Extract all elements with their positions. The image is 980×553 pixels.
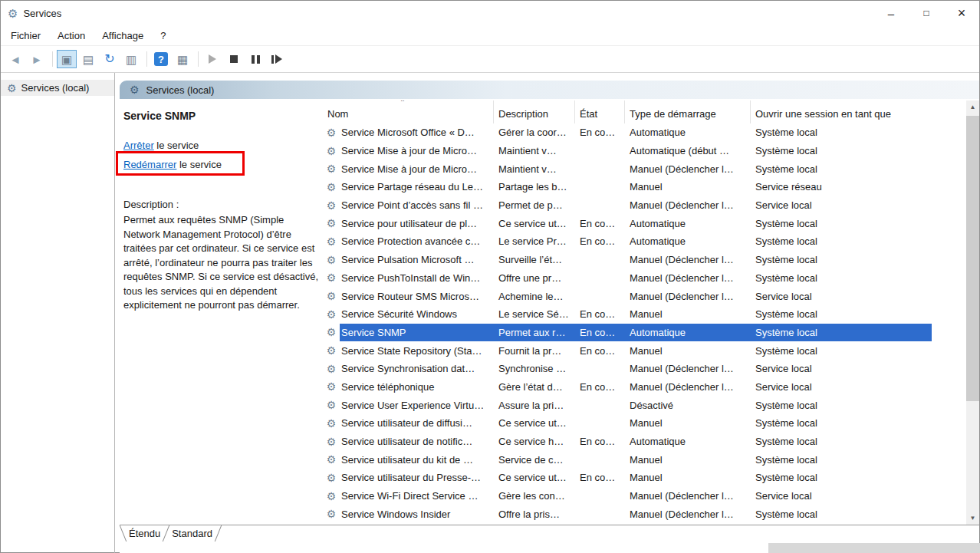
- back-button[interactable]: ◄: [5, 50, 25, 68]
- service-row[interactable]: ⚙Service pour utilisateur de pl…Ce servi…: [323, 214, 979, 232]
- service-row[interactable]: ⚙Service Microsoft Office « D…Gérer la c…: [323, 123, 979, 142]
- scrollbar-track[interactable]: [966, 114, 979, 512]
- restart-service-button[interactable]: [267, 50, 287, 68]
- service-gear-icon: ⚙: [323, 178, 340, 196]
- column-header-etat[interactable]: État: [575, 100, 625, 123]
- export-list-button[interactable]: ▥: [121, 50, 141, 68]
- menu-action[interactable]: Action: [49, 27, 94, 44]
- tree-item-services-local[interactable]: ⚙ Services (local): [1, 80, 114, 96]
- cell-type-demarrage: Automatique: [625, 433, 751, 451]
- cell-nom: Service Wi-Fi Direct Service …: [340, 487, 494, 505]
- menu-fichier[interactable]: Fichier: [2, 27, 49, 44]
- service-row[interactable]: ⚙Service Sécurité WindowsLe service Sé…E…: [323, 305, 979, 324]
- service-row[interactable]: ⚙Service Protection avancée c…Le service…: [323, 232, 979, 251]
- stop-service-button[interactable]: [224, 50, 244, 68]
- service-row[interactable]: ⚙Service Mise à jour de Micro…Maintient …: [323, 160, 979, 178]
- cell-etat: [575, 396, 625, 414]
- properties-button[interactable]: ▤: [78, 50, 98, 68]
- cell-etat: En co…: [575, 469, 625, 487]
- cell-type-demarrage: Manuel (Déclencher l…: [625, 251, 751, 269]
- tab-etendu[interactable]: Étendu: [123, 525, 166, 541]
- service-row[interactable]: ⚙Service Wi-Fi Direct Service …Gère les …: [323, 487, 979, 505]
- service-row[interactable]: ⚙Service Mise à jour de Micro…Maintient …: [323, 142, 979, 160]
- service-row-cells: Service PushToInstall de Win…Offre une p…: [340, 269, 932, 288]
- service-row[interactable]: ⚙Service PushToInstall de Win…Offre une …: [323, 269, 979, 288]
- main-area: ⚙ Services (local) ⚙ Services (local) Se…: [1, 73, 979, 553]
- cell-nom: Service SNMP: [340, 324, 494, 342]
- service-gear-icon: ⚙: [323, 214, 340, 232]
- show-console-tree-button[interactable]: ▣: [57, 50, 77, 68]
- selected-service-name: Service SNMP: [123, 110, 319, 122]
- cell-nom: Service Partage réseau du Le…: [340, 178, 494, 196]
- service-gear-icon: ⚙: [323, 450, 340, 469]
- scroll-down-button[interactable]: ▼: [966, 512, 979, 525]
- service-row[interactable]: ⚙Service utilisateur du kit de …Service …: [323, 450, 979, 469]
- cell-type-demarrage: Automatique: [625, 123, 751, 142]
- cell-type-demarrage: Manuel: [625, 450, 751, 469]
- service-gear-icon: ⚙: [323, 251, 340, 269]
- stop-service-line: Arrêter le service: [123, 136, 319, 155]
- pause-service-button[interactable]: [245, 50, 265, 68]
- service-detail-pane: Service SNMP Arrêter le service Redémarr…: [120, 100, 323, 525]
- service-row[interactable]: ⚙Service Routeur SMS Micros…Achemine le……: [323, 287, 979, 305]
- scroll-up-button[interactable]: ▲: [966, 100, 979, 114]
- cell-type-demarrage: Manuel: [625, 178, 751, 196]
- service-row[interactable]: ⚙Service utilisateur de diffusi…Ce servi…: [323, 414, 979, 433]
- service-row-cells: Service utilisateur du Presse-…Ce servic…: [340, 469, 932, 487]
- restart-service-link[interactable]: Redémarrer: [123, 159, 176, 170]
- column-header-nom[interactable]: ˆ Nom: [323, 100, 494, 123]
- cell-etat: [575, 287, 625, 305]
- cell-description: Partage les b…: [494, 178, 575, 196]
- service-row-cells: Service SNMPPermet aux r…En co…Automatiq…: [340, 324, 932, 342]
- minimize-button[interactable]: –: [873, 1, 909, 25]
- tree-item-label: Services (local): [21, 82, 90, 94]
- forward-arrow-icon: ►: [31, 54, 43, 65]
- service-row[interactable]: ⚙Service utilisateur du Presse-…Ce servi…: [323, 469, 979, 487]
- cell-description: Maintient v…: [494, 160, 575, 178]
- service-row[interactable]: ⚙Service Pulsation Microsoft …Surveille …: [323, 251, 979, 269]
- vertical-scrollbar[interactable]: ▲ ▼: [966, 100, 979, 525]
- service-action-links: Arrêter le service Redémarrer le service: [123, 136, 319, 174]
- view-tabs: Étendu Standard: [120, 525, 979, 541]
- service-row[interactable]: ⚙Service SNMPPermet aux r…En co…Automati…: [323, 324, 979, 342]
- column-header-session[interactable]: Ouvrir une session en tant que: [751, 100, 932, 123]
- cell-session: Système local: [751, 324, 932, 342]
- service-row[interactable]: ⚙Service Windows InsiderOffre la pris…Ma…: [323, 505, 979, 523]
- refresh-button[interactable]: ↻: [100, 50, 120, 68]
- column-header-label: Ouvrir une session en tant que: [755, 108, 891, 120]
- close-button[interactable]: ×: [944, 1, 979, 25]
- column-header-type-demarrage[interactable]: Type de démarrage: [625, 100, 751, 123]
- maximize-button[interactable]: □: [909, 1, 944, 25]
- service-list-rows: ⚙Service Microsoft Office « D…Gérer la c…: [323, 123, 979, 525]
- service-row[interactable]: ⚙Service Point d’accès sans fil …Permet …: [323, 196, 979, 215]
- stop-service-link[interactable]: Arrêter: [123, 140, 154, 151]
- service-row[interactable]: ⚙Service Synchronisation dat…Synchronise…: [323, 360, 979, 378]
- view-button[interactable]: ▦: [173, 50, 192, 68]
- service-row[interactable]: ⚙Service Partage réseau du Le…Partage le…: [323, 178, 979, 196]
- restart-service-line: Redémarrer le service: [123, 155, 319, 174]
- cell-session: Système local: [751, 450, 932, 469]
- scrollbar-thumb[interactable]: [966, 116, 979, 401]
- cell-type-demarrage: Désactivé: [625, 396, 751, 414]
- help-button[interactable]: ?: [151, 50, 171, 68]
- service-row-cells: Service utilisateur de diffusi…Ce servic…: [340, 414, 932, 433]
- service-row[interactable]: ⚙Service utilisateur de notific…Ce servi…: [323, 433, 979, 451]
- service-row[interactable]: ⚙Service téléphoniqueGère l’état d…En co…: [323, 378, 979, 397]
- tab-standard[interactable]: Standard: [166, 525, 218, 541]
- cell-session: Système local: [751, 251, 932, 269]
- service-row[interactable]: ⚙Service State Repository (Sta…Fournit l…: [323, 341, 979, 360]
- service-row-cells: Service Synchronisation dat…Synchronise …: [340, 360, 932, 378]
- start-service-button[interactable]: [202, 50, 222, 68]
- menu-help[interactable]: ?: [152, 27, 174, 44]
- cell-description: Permet aux r…: [494, 324, 575, 342]
- menu-affichage[interactable]: Affichage: [94, 27, 152, 44]
- cell-etat: En co…: [575, 433, 625, 451]
- cell-session: Système local: [751, 214, 932, 232]
- service-row[interactable]: ⚙Service User Experience Virtu…Assure la…: [323, 396, 979, 414]
- cell-session: Système local: [751, 269, 932, 288]
- cell-description: Gère les con…: [494, 487, 575, 505]
- cell-session: Système local: [751, 469, 932, 487]
- column-header-description[interactable]: Description: [494, 100, 575, 123]
- cell-description: Ce service ut…: [494, 214, 575, 232]
- forward-button[interactable]: ►: [27, 50, 47, 68]
